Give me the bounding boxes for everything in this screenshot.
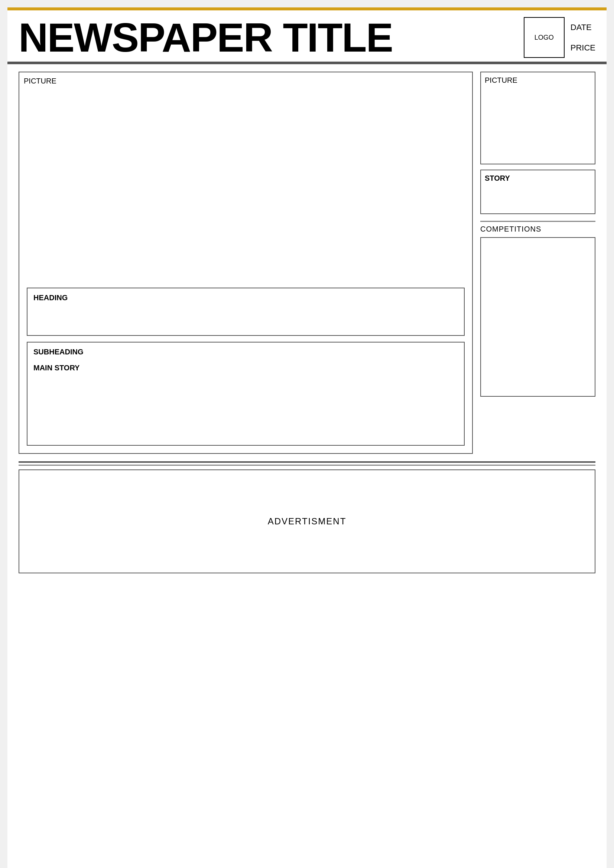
advertisement-label: ADVERTISMENT <box>268 516 347 527</box>
sidebar-picture-label: PICTURE <box>485 76 518 84</box>
main-picture-area: PICTURE <box>19 72 472 276</box>
logo-label: LOGO <box>535 34 554 42</box>
date-label: DATE <box>570 23 595 32</box>
date-price: DATE PRICE <box>570 17 595 58</box>
newspaper-title: NEWSPAPER TITLE <box>19 17 516 58</box>
main-story-label: MAIN STORY <box>33 364 458 372</box>
main-column: PICTURE HEADING SUBHEADING MAIN STORY <box>19 71 473 454</box>
sidebar-story-label: STORY <box>485 174 510 182</box>
header: NEWSPAPER TITLE LOGO DATE PRICE <box>8 10 606 63</box>
subheading-label: SUBHEADING <box>33 348 458 356</box>
main-story-box: SUBHEADING MAIN STORY <box>27 342 465 446</box>
newspaper-page: NEWSPAPER TITLE LOGO DATE PRICE PICTURE … <box>8 8 606 868</box>
heading-label: HEADING <box>33 293 68 302</box>
logo-box: LOGO <box>524 17 564 58</box>
sidebar-column: PICTURE STORY COMPETITIONS <box>480 71 595 454</box>
competitions-box <box>480 237 595 397</box>
advertisement-section: ADVERTISMENT <box>19 470 595 574</box>
header-right: LOGO DATE PRICE <box>524 17 595 58</box>
competitions-section: COMPETITIONS <box>480 221 595 397</box>
sidebar-picture-box: PICTURE <box>480 71 595 164</box>
main-picture-label: PICTURE <box>24 77 56 85</box>
bottom-rule-1 <box>19 461 595 463</box>
bottom-rule-2 <box>19 465 595 466</box>
bottom-rules <box>19 461 595 466</box>
top-gold-border <box>8 8 606 10</box>
price-label: PRICE <box>570 43 595 53</box>
sidebar-story-box: STORY <box>480 170 595 214</box>
heading-box: HEADING <box>27 288 465 336</box>
main-content: PICTURE HEADING SUBHEADING MAIN STORY PI… <box>8 64 606 461</box>
competitions-rule <box>480 221 595 222</box>
competitions-label: COMPETITIONS <box>480 225 595 233</box>
